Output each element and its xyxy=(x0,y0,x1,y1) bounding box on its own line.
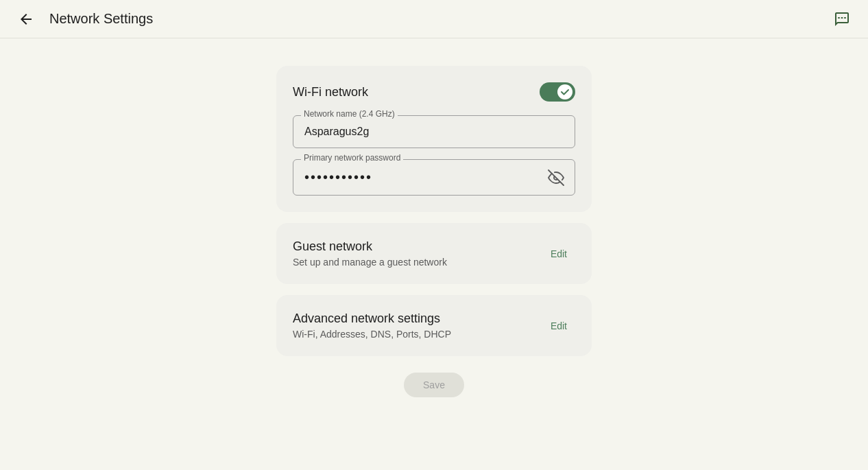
guest-network-card: Guest network Set up and manage a guest … xyxy=(276,223,592,284)
main-content: Wi-Fi network Network name (2.4 GHz) Pri… xyxy=(0,38,868,425)
guest-network-subtitle: Set up and manage a guest network xyxy=(293,257,542,268)
svg-rect-2 xyxy=(844,17,846,19)
svg-rect-1 xyxy=(841,17,843,19)
check-icon xyxy=(560,87,570,97)
network-name-wrapper: Network name (2.4 GHz) xyxy=(293,115,575,148)
wifi-card-header: Wi-Fi network xyxy=(293,82,575,102)
back-arrow-icon xyxy=(18,11,34,27)
guest-network-edit-button[interactable]: Edit xyxy=(542,243,575,265)
password-input-container xyxy=(293,159,575,196)
guest-network-content: Guest network Set up and manage a guest … xyxy=(293,239,542,268)
advanced-network-title: Advanced network settings xyxy=(293,312,542,326)
wifi-title: Wi-Fi network xyxy=(293,85,368,99)
svg-rect-0 xyxy=(838,17,840,19)
password-input[interactable] xyxy=(293,159,575,196)
eye-off-icon xyxy=(548,169,564,186)
advanced-network-card: Advanced network settings Wi-Fi, Address… xyxy=(276,295,592,356)
header: Network Settings xyxy=(0,0,868,38)
advanced-network-subtitle: Wi-Fi, Addresses, DNS, Ports, DHCP xyxy=(293,329,542,340)
network-name-input[interactable] xyxy=(293,115,575,148)
password-label: Primary network password xyxy=(301,153,403,163)
toggle-thumb xyxy=(557,84,572,99)
save-button[interactable]: Save xyxy=(404,373,464,397)
header-left: Network Settings xyxy=(14,7,153,32)
chat-icon xyxy=(834,11,850,27)
password-wrapper: Primary network password xyxy=(293,159,575,196)
network-name-label: Network name (2.4 GHz) xyxy=(301,109,398,119)
back-button[interactable] xyxy=(14,7,38,32)
guest-network-title: Guest network xyxy=(293,239,542,254)
wifi-network-card: Wi-Fi network Network name (2.4 GHz) Pri… xyxy=(276,66,592,212)
toggle-track xyxy=(540,82,575,102)
wifi-toggle[interactable] xyxy=(540,82,575,102)
page-title: Network Settings xyxy=(49,11,153,27)
advanced-network-content: Advanced network settings Wi-Fi, Address… xyxy=(293,312,542,340)
advanced-network-edit-button[interactable]: Edit xyxy=(542,315,575,337)
toggle-password-button[interactable] xyxy=(545,167,567,189)
chat-button[interactable] xyxy=(830,7,854,32)
